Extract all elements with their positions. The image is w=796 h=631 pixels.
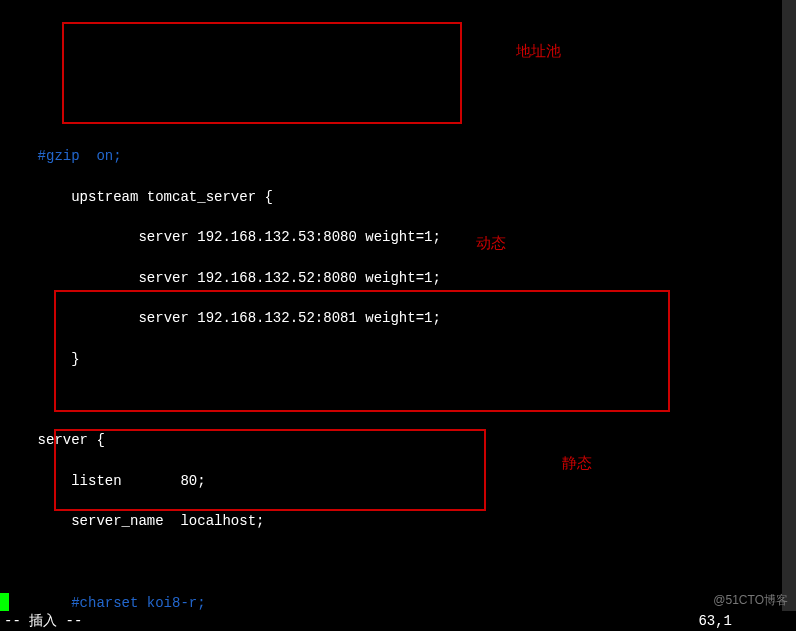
code-line: server 192.168.132.53:8080 weight=1;: [4, 227, 796, 247]
code-line: server 192.168.132.52:8081 weight=1;: [4, 308, 796, 328]
code-line: #gzip on;: [4, 146, 796, 166]
blank-line: [4, 552, 796, 572]
annotation-label-dynamic: 动态: [476, 232, 506, 254]
code-line: }: [4, 349, 796, 369]
code-line: listen 80;: [4, 471, 796, 491]
code-line: upstream tomcat_server {: [4, 187, 796, 207]
code-editor[interactable]: #gzip on; upstream tomcat_server { serve…: [0, 122, 796, 631]
annotation-box-pool: [62, 22, 462, 124]
code-line: server 192.168.132.52:8080 weight=1;: [4, 268, 796, 288]
code-line: server_name localhost;: [4, 511, 796, 531]
editor-mode: -- 插入 --: [4, 611, 82, 631]
cursor-position: 63,1: [698, 611, 732, 631]
status-spacer: [82, 611, 698, 631]
status-bar: -- 插入 -- 63,1: [0, 611, 796, 631]
watermark: @51CTO博客: [713, 592, 788, 609]
annotation-label-pool: 地址池: [516, 40, 561, 62]
annotation-label-static: 静态: [562, 452, 592, 474]
blank-line: [4, 390, 796, 410]
cursor: [0, 593, 9, 611]
code-line: server {: [4, 430, 796, 450]
